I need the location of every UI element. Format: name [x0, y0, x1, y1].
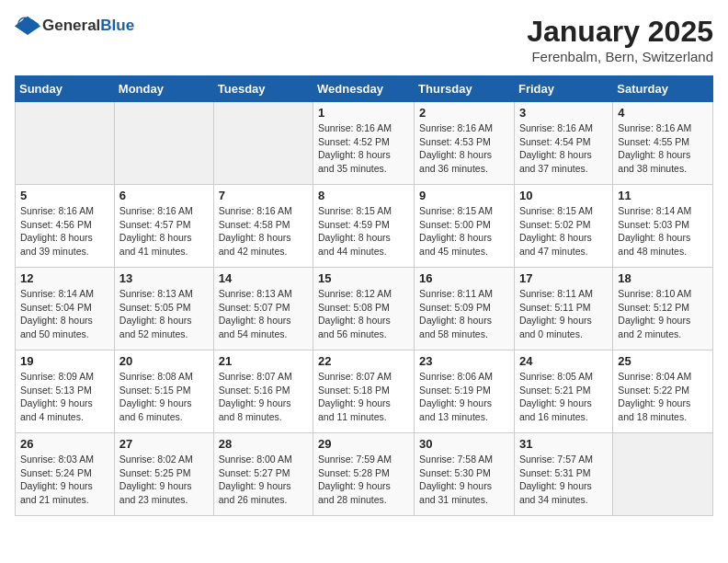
day-cell: 21Sunrise: 8:07 AM Sunset: 5:16 PM Dayli…: [213, 350, 313, 433]
day-info: Sunrise: 8:14 AM Sunset: 5:04 PM Dayligh…: [20, 287, 109, 341]
weekday-header-friday: Friday: [514, 76, 612, 102]
day-number: 25: [618, 354, 708, 368]
logo: GeneralBlue: [15, 15, 134, 35]
day-cell: 13Sunrise: 8:13 AM Sunset: 5:05 PM Dayli…: [114, 268, 213, 350]
day-cell: 29Sunrise: 7:59 AM Sunset: 5:28 PM Dayli…: [313, 433, 415, 516]
day-number: 27: [119, 437, 209, 451]
day-number: 13: [119, 271, 209, 285]
day-number: 7: [219, 189, 308, 202]
day-cell: 8Sunrise: 8:15 AM Sunset: 4:59 PM Daylig…: [313, 185, 415, 268]
day-cell: 2Sunrise: 8:16 AM Sunset: 4:53 PM Daylig…: [415, 102, 515, 185]
day-cell: 26Sunrise: 8:03 AM Sunset: 5:24 PM Dayli…: [16, 433, 115, 516]
day-number: 12: [20, 271, 109, 285]
day-cell: 1Sunrise: 8:16 AM Sunset: 4:52 PM Daylig…: [313, 102, 415, 185]
day-cell: 4Sunrise: 8:16 AM Sunset: 4:55 PM Daylig…: [613, 102, 713, 185]
day-info: Sunrise: 8:14 AM Sunset: 5:03 PM Dayligh…: [618, 204, 708, 259]
day-cell: 19Sunrise: 8:09 AM Sunset: 5:13 PM Dayli…: [16, 350, 115, 433]
week-row-2: 5Sunrise: 8:16 AM Sunset: 4:56 PM Daylig…: [16, 185, 713, 268]
weekday-header-monday: Monday: [114, 76, 213, 102]
day-number: 23: [419, 354, 509, 368]
week-row-4: 19Sunrise: 8:09 AM Sunset: 5:13 PM Dayli…: [16, 350, 713, 433]
day-number: 20: [119, 354, 209, 368]
day-cell: [16, 102, 115, 185]
day-cell: 11Sunrise: 8:14 AM Sunset: 5:03 PM Dayli…: [613, 185, 713, 268]
day-cell: 24Sunrise: 8:05 AM Sunset: 5:21 PM Dayli…: [514, 350, 612, 433]
day-cell: 30Sunrise: 7:58 AM Sunset: 5:30 PM Dayli…: [415, 433, 515, 516]
day-info: Sunrise: 8:07 AM Sunset: 5:16 PM Dayligh…: [219, 370, 308, 424]
day-cell: 10Sunrise: 8:15 AM Sunset: 5:02 PM Dayli…: [514, 185, 612, 268]
day-cell: 20Sunrise: 8:08 AM Sunset: 5:15 PM Dayli…: [114, 350, 213, 433]
day-info: Sunrise: 8:16 AM Sunset: 4:56 PM Dayligh…: [20, 204, 109, 259]
day-info: Sunrise: 8:00 AM Sunset: 5:27 PM Dayligh…: [219, 453, 308, 507]
weekday-header-tuesday: Tuesday: [213, 76, 313, 102]
day-number: 28: [219, 437, 308, 451]
day-number: 29: [318, 437, 409, 451]
day-number: 15: [318, 271, 409, 285]
day-info: Sunrise: 8:16 AM Sunset: 4:53 PM Dayligh…: [419, 121, 509, 176]
day-number: 21: [219, 354, 308, 368]
weekday-header-sunday: Sunday: [16, 76, 115, 102]
logo-icon: [15, 15, 40, 35]
weekday-header-row: SundayMondayTuesdayWednesdayThursdayFrid…: [16, 76, 713, 102]
day-info: Sunrise: 8:15 AM Sunset: 5:02 PM Dayligh…: [519, 204, 608, 259]
day-cell: [213, 102, 313, 185]
day-number: 19: [20, 354, 109, 368]
day-number: 17: [519, 271, 608, 285]
weekday-header-wednesday: Wednesday: [313, 76, 415, 102]
week-row-3: 12Sunrise: 8:14 AM Sunset: 5:04 PM Dayli…: [16, 268, 713, 350]
day-info: Sunrise: 8:07 AM Sunset: 5:18 PM Dayligh…: [318, 370, 409, 424]
day-info: Sunrise: 8:11 AM Sunset: 5:09 PM Dayligh…: [419, 287, 509, 341]
day-info: Sunrise: 8:13 AM Sunset: 5:07 PM Dayligh…: [219, 287, 308, 341]
day-info: Sunrise: 8:02 AM Sunset: 5:25 PM Dayligh…: [119, 453, 209, 507]
day-info: Sunrise: 7:59 AM Sunset: 5:28 PM Dayligh…: [318, 453, 409, 507]
day-info: Sunrise: 8:16 AM Sunset: 4:54 PM Dayligh…: [519, 121, 608, 176]
day-cell: 23Sunrise: 8:06 AM Sunset: 5:19 PM Dayli…: [415, 350, 515, 433]
day-cell: 15Sunrise: 8:12 AM Sunset: 5:08 PM Dayli…: [313, 268, 415, 350]
page-header: GeneralBlue January 2025 Ferenbalm, Bern…: [15, 15, 713, 64]
day-cell: 22Sunrise: 8:07 AM Sunset: 5:18 PM Dayli…: [313, 350, 415, 433]
day-cell: 25Sunrise: 8:04 AM Sunset: 5:22 PM Dayli…: [613, 350, 713, 433]
day-info: Sunrise: 8:13 AM Sunset: 5:05 PM Dayligh…: [119, 287, 209, 341]
title-block: January 2025 Ferenbalm, Bern, Switzerlan…: [527, 15, 713, 64]
day-cell: 9Sunrise: 8:15 AM Sunset: 5:00 PM Daylig…: [415, 185, 515, 268]
day-info: Sunrise: 8:10 AM Sunset: 5:12 PM Dayligh…: [618, 287, 708, 341]
day-number: 1: [318, 106, 409, 120]
page-location: Ferenbalm, Bern, Switzerland: [527, 49, 713, 64]
day-cell: 27Sunrise: 8:02 AM Sunset: 5:25 PM Dayli…: [114, 433, 213, 516]
day-cell: 3Sunrise: 8:16 AM Sunset: 4:54 PM Daylig…: [514, 102, 612, 185]
calendar-table: SundayMondayTuesdayWednesdayThursdayFrid…: [15, 75, 713, 516]
day-cell: 7Sunrise: 8:16 AM Sunset: 4:58 PM Daylig…: [213, 185, 313, 268]
day-number: 2: [419, 106, 509, 120]
day-number: 31: [519, 437, 608, 451]
day-cell: 16Sunrise: 8:11 AM Sunset: 5:09 PM Dayli…: [415, 268, 515, 350]
day-number: 6: [119, 189, 209, 202]
week-row-1: 1Sunrise: 8:16 AM Sunset: 4:52 PM Daylig…: [16, 102, 713, 185]
logo-general: General: [42, 17, 100, 34]
day-info: Sunrise: 8:09 AM Sunset: 5:13 PM Dayligh…: [20, 370, 109, 424]
day-info: Sunrise: 8:16 AM Sunset: 4:55 PM Dayligh…: [618, 121, 708, 176]
day-cell: 28Sunrise: 8:00 AM Sunset: 5:27 PM Dayli…: [213, 433, 313, 516]
day-number: 26: [20, 437, 109, 451]
day-number: 22: [318, 354, 409, 368]
day-cell: 17Sunrise: 8:11 AM Sunset: 5:11 PM Dayli…: [514, 268, 612, 350]
day-info: Sunrise: 7:58 AM Sunset: 5:30 PM Dayligh…: [419, 453, 509, 507]
day-info: Sunrise: 8:16 AM Sunset: 4:57 PM Dayligh…: [119, 204, 209, 259]
day-info: Sunrise: 8:16 AM Sunset: 4:52 PM Dayligh…: [318, 121, 409, 176]
day-cell: 5Sunrise: 8:16 AM Sunset: 4:56 PM Daylig…: [16, 185, 115, 268]
day-cell: 31Sunrise: 7:57 AM Sunset: 5:31 PM Dayli…: [514, 433, 612, 516]
day-number: 4: [618, 106, 708, 120]
day-number: 11: [618, 189, 708, 202]
day-number: 30: [419, 437, 509, 451]
weekday-header-thursday: Thursday: [415, 76, 515, 102]
page-title: January 2025: [527, 15, 713, 49]
day-number: 5: [20, 189, 109, 202]
day-cell: [613, 433, 713, 516]
day-number: 10: [519, 189, 608, 202]
day-cell: 18Sunrise: 8:10 AM Sunset: 5:12 PM Dayli…: [613, 268, 713, 350]
day-info: Sunrise: 7:57 AM Sunset: 5:31 PM Dayligh…: [519, 453, 608, 507]
day-number: 9: [419, 189, 509, 202]
day-info: Sunrise: 8:12 AM Sunset: 5:08 PM Dayligh…: [318, 287, 409, 341]
day-info: Sunrise: 8:11 AM Sunset: 5:11 PM Dayligh…: [519, 287, 608, 341]
day-cell: 6Sunrise: 8:16 AM Sunset: 4:57 PM Daylig…: [114, 185, 213, 268]
weekday-header-saturday: Saturday: [613, 76, 713, 102]
